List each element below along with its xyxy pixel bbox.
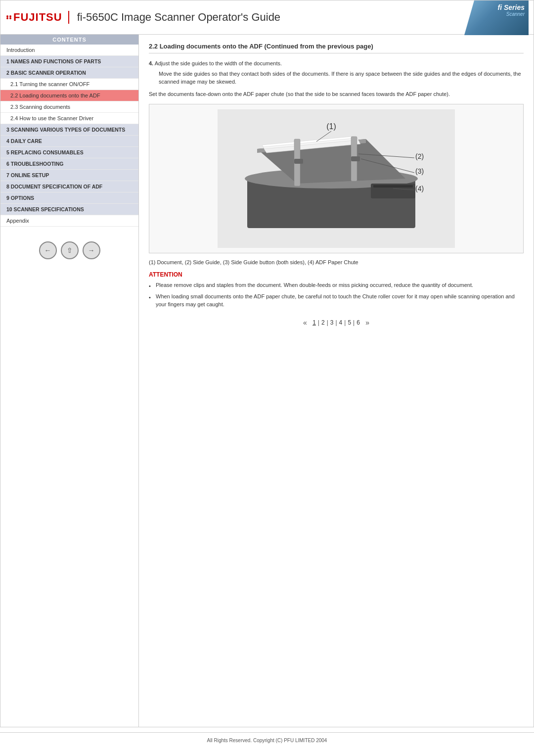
page-link-5[interactable]: 5 — [348, 319, 351, 326]
image-caption: (1) Document, (2) Side Guide, (3) Side G… — [149, 259, 524, 265]
svg-text:(3): (3) — [415, 167, 424, 175]
attention-item-1: • Please remove clips and staples from t… — [149, 281, 524, 290]
content-area: 2.2 Loading documents onto the ADF (Cont… — [139, 35, 534, 727]
page-header: FUJITSU fi-5650C Image Scanner Operator'… — [0, 0, 534, 35]
page-link-4[interactable]: 4 — [339, 319, 343, 326]
section-title: 2.2 Loading documents onto the ADF (Cont… — [149, 43, 524, 53]
page-link-2[interactable]: 2 — [321, 319, 325, 326]
nav-forward-button[interactable]: → — [83, 241, 100, 259]
attention-text-1: Please remove clips and staples from the… — [156, 281, 473, 289]
pagination-next[interactable]: » — [365, 319, 369, 327]
logo-dots — [6, 15, 11, 19]
sidebar-item-ch9[interactable]: 9 OPTIONS — [0, 192, 138, 204]
fi-series-badge: fi Series Scanner — [464, 0, 529, 35]
svg-rect-10 — [351, 156, 360, 161]
attention-item-2: • When loading small documents onto the … — [149, 292, 524, 309]
footer-text: All Rights Reserved. Copyright (C) PFU L… — [207, 738, 327, 743]
sidebar-item-ch2-2[interactable]: 2.2 Loading documents onto the ADF — [0, 90, 138, 101]
svg-text:(1): (1) — [326, 122, 336, 131]
fujitsu-brand-text: FUJITSU — [13, 11, 62, 24]
sidebar: CONTENTS Introduction 1 NAMES AND FUNCTI… — [0, 35, 139, 727]
sidebar-navigation: ← ⇧ → — [0, 232, 138, 269]
logo-dot — [6, 17, 8, 19]
sidebar-item-ch2-3[interactable]: 2.3 Scanning documents — [0, 101, 138, 113]
fujitsu-logo: FUJITSU — [6, 11, 69, 24]
sidebar-item-ch1[interactable]: 1 NAMES AND FUNCTIONS OF PARTS — [0, 56, 138, 67]
nav-home-button[interactable]: ⇧ — [61, 241, 79, 259]
scanner-diagram: (1) (2) (3) (4) — [149, 104, 524, 253]
sidebar-item-ch10[interactable]: 10 SCANNER SPECIFICATIONS — [0, 204, 138, 215]
bullet-icon: • — [149, 282, 153, 290]
svg-rect-13 — [373, 185, 413, 188]
page-link-6[interactable]: 6 — [356, 319, 360, 326]
sidebar-item-ch7[interactable]: 7 ONLINE SETUP — [0, 170, 138, 181]
logo-dot — [9, 17, 11, 19]
sidebar-item-appendix[interactable]: Appendix — [0, 215, 138, 227]
page-link-1[interactable]: 1 — [312, 319, 316, 326]
fi-series-text: fi Series — [498, 3, 525, 11]
sidebar-item-ch4[interactable]: 4 DAILY CARE — [0, 136, 138, 147]
attention-section: ATTENTION • Please remove clips and stap… — [149, 271, 524, 309]
page-link-3[interactable]: 3 — [330, 319, 334, 326]
attention-title: ATTENTION — [149, 271, 524, 278]
page-footer: All Rights Reserved. Copyright (C) PFU L… — [0, 732, 534, 748]
scanner-text: Scanner — [506, 11, 525, 17]
sidebar-item-ch3[interactable]: 3 SCANNING VARIOUS TYPES OF DOCUMENTS — [0, 124, 138, 136]
svg-text:(2): (2) — [415, 152, 424, 160]
svg-text:(4): (4) — [415, 185, 424, 192]
step4-header: 4. Adjust the side guides to the width o… — [149, 59, 524, 68]
sidebar-item-intro[interactable]: Introduction — [0, 45, 138, 56]
sidebar-item-ch5[interactable]: 5 REPLACING CONSUMABLES — [0, 147, 138, 158]
nav-back-button[interactable]: ← — [39, 241, 57, 259]
pagination-prev[interactable]: « — [303, 319, 307, 327]
sidebar-item-ch6[interactable]: 6 TROUBLESHOOTING — [0, 158, 138, 170]
attention-text-2: When loading small documents onto the AD… — [156, 292, 524, 309]
sidebar-item-ch2-1[interactable]: 2.1 Turning the scanner ON/OFF — [0, 79, 138, 90]
scanner-svg: (1) (2) (3) (4) — [218, 109, 455, 248]
pagination: « 1 | 2 | 3 | 4 | 5 | 6 » — [149, 319, 524, 327]
step4-number: 4. — [149, 60, 153, 66]
sidebar-item-ch2-4[interactable]: 2.4 How to use the Scanner Driver — [0, 113, 138, 124]
bullet-icon: • — [149, 293, 153, 302]
svg-rect-11 — [294, 159, 303, 164]
set-docs-instruction: Set the documents face-down onto the ADF… — [149, 90, 524, 98]
sidebar-contents-header: CONTENTS — [0, 35, 138, 45]
main-layout: CONTENTS Introduction 1 NAMES AND FUNCTI… — [0, 35, 534, 727]
step4-text: Adjust the side guides to the width of t… — [155, 60, 282, 66]
sidebar-item-ch2[interactable]: 2 BASIC SCANNER OPERATION — [0, 67, 138, 79]
document-title: fi-5650C Image Scanner Operator's Guide — [77, 11, 528, 24]
sidebar-item-ch8[interactable]: 8 DOCUMENT SPECIFICATION OF ADF — [0, 181, 138, 192]
step4-detail: Move the side guides so that they contac… — [159, 70, 524, 86]
